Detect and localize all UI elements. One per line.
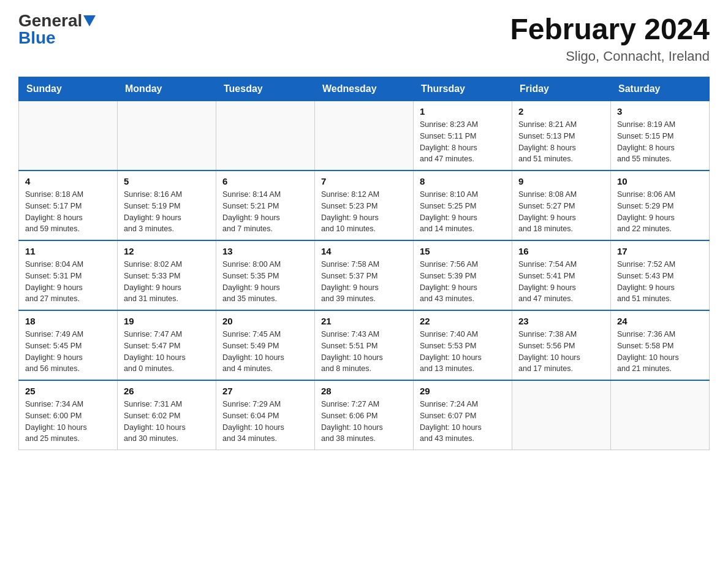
day-info: Sunrise: 7:47 AMSunset: 5:47 PMDaylight:…: [124, 329, 210, 375]
day-number: 24: [617, 316, 703, 326]
day-cell: [19, 101, 118, 171]
day-number: 23: [518, 316, 604, 326]
calendar-table: Sunday Monday Tuesday Wednesday Thursday…: [18, 77, 710, 450]
day-number: 14: [321, 246, 407, 256]
day-info: Sunrise: 7:24 AMSunset: 6:07 PMDaylight:…: [420, 399, 506, 445]
day-cell: 1Sunrise: 8:23 AMSunset: 5:11 PMDaylight…: [414, 101, 512, 171]
day-cell: 19Sunrise: 7:47 AMSunset: 5:47 PMDayligh…: [118, 310, 216, 380]
day-cell: 16Sunrise: 7:54 AMSunset: 5:41 PMDayligh…: [512, 240, 611, 310]
day-number: 8: [420, 176, 506, 186]
day-cell: [118, 101, 216, 171]
day-cell: [512, 380, 611, 450]
day-cell: 24Sunrise: 7:36 AMSunset: 5:58 PMDayligh…: [611, 310, 710, 380]
day-number: 7: [321, 176, 407, 186]
day-cell: 26Sunrise: 7:31 AMSunset: 6:02 PMDayligh…: [118, 380, 216, 450]
title-section: February 2024 Sligo, Connacht, Ireland: [510, 12, 710, 64]
day-cell: 2Sunrise: 8:21 AMSunset: 5:13 PMDaylight…: [512, 101, 611, 171]
day-number: 20: [222, 316, 308, 326]
week-row-5: 25Sunrise: 7:34 AMSunset: 6:00 PMDayligh…: [19, 380, 710, 450]
header-sunday: Sunday: [19, 77, 118, 101]
day-number: 2: [518, 106, 604, 117]
week-row-4: 18Sunrise: 7:49 AMSunset: 5:45 PMDayligh…: [19, 310, 710, 380]
day-number: 12: [124, 246, 210, 256]
header-friday: Friday: [512, 77, 611, 101]
day-number: 1: [420, 106, 506, 117]
day-cell: 15Sunrise: 7:56 AMSunset: 5:39 PMDayligh…: [414, 240, 512, 310]
day-number: 15: [420, 246, 506, 256]
day-info: Sunrise: 7:45 AMSunset: 5:49 PMDaylight:…: [222, 329, 308, 375]
day-number: 3: [617, 106, 703, 117]
weekday-header-row: Sunday Monday Tuesday Wednesday Thursday…: [19, 77, 710, 101]
day-info: Sunrise: 8:08 AMSunset: 5:27 PMDaylight:…: [518, 189, 604, 235]
day-cell: 11Sunrise: 8:04 AMSunset: 5:31 PMDayligh…: [19, 240, 118, 310]
day-cell: [611, 380, 710, 450]
day-info: Sunrise: 7:58 AMSunset: 5:37 PMDaylight:…: [321, 259, 407, 305]
day-info: Sunrise: 7:54 AMSunset: 5:41 PMDaylight:…: [518, 259, 604, 305]
day-cell: 3Sunrise: 8:19 AMSunset: 5:15 PMDaylight…: [611, 101, 710, 171]
header-tuesday: Tuesday: [216, 77, 315, 101]
day-info: Sunrise: 7:43 AMSunset: 5:51 PMDaylight:…: [321, 329, 407, 375]
day-info: Sunrise: 8:00 AMSunset: 5:35 PMDaylight:…: [222, 259, 308, 305]
day-cell: 13Sunrise: 8:00 AMSunset: 5:35 PMDayligh…: [216, 240, 315, 310]
day-number: 17: [617, 246, 703, 256]
day-cell: 28Sunrise: 7:27 AMSunset: 6:06 PMDayligh…: [315, 380, 414, 450]
day-info: Sunrise: 8:10 AMSunset: 5:25 PMDaylight:…: [420, 189, 506, 235]
day-info: Sunrise: 8:04 AMSunset: 5:31 PMDaylight:…: [25, 259, 111, 305]
day-number: 13: [222, 246, 308, 256]
logo-general-text: General: [18, 12, 82, 29]
day-cell: 22Sunrise: 7:40 AMSunset: 5:53 PMDayligh…: [414, 310, 512, 380]
week-row-2: 4Sunrise: 8:18 AMSunset: 5:17 PMDaylight…: [19, 170, 710, 240]
day-number: 18: [25, 316, 111, 326]
day-cell: 27Sunrise: 7:29 AMSunset: 6:04 PMDayligh…: [216, 380, 315, 450]
location-title: Sligo, Connacht, Ireland: [510, 48, 710, 64]
week-row-1: 1Sunrise: 8:23 AMSunset: 5:11 PMDaylight…: [19, 101, 710, 171]
day-number: 16: [518, 246, 604, 256]
day-cell: 9Sunrise: 8:08 AMSunset: 5:27 PMDaylight…: [512, 170, 611, 240]
header-monday: Monday: [118, 77, 216, 101]
day-info: Sunrise: 8:06 AMSunset: 5:29 PMDaylight:…: [617, 189, 703, 235]
header-wednesday: Wednesday: [315, 77, 414, 101]
day-info: Sunrise: 7:34 AMSunset: 6:00 PMDaylight:…: [25, 399, 111, 445]
day-cell: 25Sunrise: 7:34 AMSunset: 6:00 PMDayligh…: [19, 380, 118, 450]
header-thursday: Thursday: [414, 77, 512, 101]
day-info: Sunrise: 7:52 AMSunset: 5:43 PMDaylight:…: [617, 259, 703, 305]
day-cell: 29Sunrise: 7:24 AMSunset: 6:07 PMDayligh…: [414, 380, 512, 450]
day-cell: 23Sunrise: 7:38 AMSunset: 5:56 PMDayligh…: [512, 310, 611, 380]
day-cell: 17Sunrise: 7:52 AMSunset: 5:43 PMDayligh…: [611, 240, 710, 310]
day-info: Sunrise: 8:12 AMSunset: 5:23 PMDaylight:…: [321, 189, 407, 235]
day-info: Sunrise: 7:31 AMSunset: 6:02 PMDaylight:…: [124, 399, 210, 445]
day-number: 4: [25, 176, 111, 186]
day-number: 26: [124, 386, 210, 396]
day-info: Sunrise: 7:27 AMSunset: 6:06 PMDaylight:…: [321, 399, 407, 445]
day-number: 25: [25, 386, 111, 396]
week-row-3: 11Sunrise: 8:04 AMSunset: 5:31 PMDayligh…: [19, 240, 710, 310]
day-cell: 12Sunrise: 8:02 AMSunset: 5:33 PMDayligh…: [118, 240, 216, 310]
day-info: Sunrise: 8:19 AMSunset: 5:15 PMDaylight:…: [617, 119, 703, 165]
day-number: 9: [518, 176, 604, 186]
day-info: Sunrise: 8:18 AMSunset: 5:17 PMDaylight:…: [25, 189, 111, 235]
day-cell: 14Sunrise: 7:58 AMSunset: 5:37 PMDayligh…: [315, 240, 414, 310]
day-number: 10: [617, 176, 703, 186]
day-cell: 7Sunrise: 8:12 AMSunset: 5:23 PMDaylight…: [315, 170, 414, 240]
day-info: Sunrise: 8:23 AMSunset: 5:11 PMDaylight:…: [420, 119, 506, 165]
day-cell: 21Sunrise: 7:43 AMSunset: 5:51 PMDayligh…: [315, 310, 414, 380]
day-cell: 8Sunrise: 8:10 AMSunset: 5:25 PMDaylight…: [414, 170, 512, 240]
day-cell: [315, 101, 414, 171]
day-info: Sunrise: 7:36 AMSunset: 5:58 PMDaylight:…: [617, 329, 703, 375]
day-number: 19: [124, 316, 210, 326]
day-info: Sunrise: 8:02 AMSunset: 5:33 PMDaylight:…: [124, 259, 210, 305]
day-cell: 20Sunrise: 7:45 AMSunset: 5:49 PMDayligh…: [216, 310, 315, 380]
day-cell: 6Sunrise: 8:14 AMSunset: 5:21 PMDaylight…: [216, 170, 315, 240]
day-info: Sunrise: 8:21 AMSunset: 5:13 PMDaylight:…: [518, 119, 604, 165]
day-info: Sunrise: 8:16 AMSunset: 5:19 PMDaylight:…: [124, 189, 210, 235]
day-cell: 10Sunrise: 8:06 AMSunset: 5:29 PMDayligh…: [611, 170, 710, 240]
day-number: 6: [222, 176, 308, 186]
day-number: 21: [321, 316, 407, 326]
logo-triangle-icon: [83, 15, 96, 26]
day-info: Sunrise: 7:29 AMSunset: 6:04 PMDaylight:…: [222, 399, 308, 445]
header-saturday: Saturday: [611, 77, 710, 101]
day-info: Sunrise: 8:14 AMSunset: 5:21 PMDaylight:…: [222, 189, 308, 235]
day-number: 22: [420, 316, 506, 326]
logo-blue-text: Blue: [18, 28, 56, 47]
day-number: 5: [124, 176, 210, 186]
